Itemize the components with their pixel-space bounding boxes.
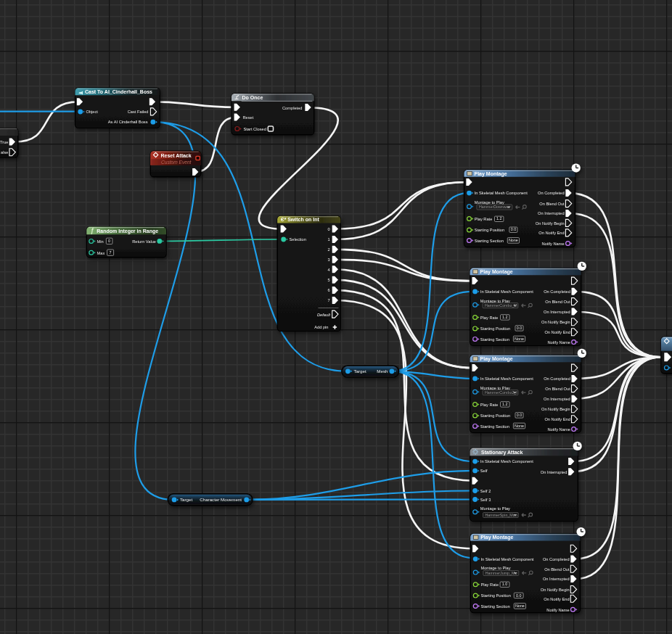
svg-text:1.2: 1.2 xyxy=(502,402,508,406)
svg-text:On Blend Out: On Blend Out xyxy=(545,300,570,304)
svg-text:Starting Position: Starting Position xyxy=(480,593,510,598)
svg-text:7: 7 xyxy=(327,298,329,302)
svg-text:alse: alse xyxy=(1,150,8,155)
svg-text:Starting Position: Starting Position xyxy=(480,326,510,331)
svg-text:Start Closed: Start Closed xyxy=(244,127,266,131)
svg-text:Cast Failed: Cast Failed xyxy=(128,110,149,114)
svg-text:Cast To AI_Cinderhall_Boss: Cast To AI_Cinderhall_Boss xyxy=(85,89,152,94)
svg-text:Completed: Completed xyxy=(282,106,303,110)
svg-text:2: 2 xyxy=(327,247,329,252)
svg-text:1.2: 1.2 xyxy=(502,315,508,319)
svg-text:In Skeletal Mesh Component: In Skeletal Mesh Component xyxy=(480,376,533,381)
svg-text:As AI Cinderhall Boss: As AI Cinderhall Boss xyxy=(108,120,148,124)
svg-text:In Skeletal Mesh Component: In Skeletal Mesh Component xyxy=(480,557,533,561)
svg-text:Return Value: Return Value xyxy=(132,239,156,244)
svg-text:1.0: 1.0 xyxy=(502,582,508,586)
svg-text:Do Once: Do Once xyxy=(242,95,263,100)
svg-text:Target: Target xyxy=(180,497,192,502)
svg-text:On Interrupted: On Interrupted xyxy=(541,470,567,474)
svg-text:Selection: Selection xyxy=(290,237,306,242)
svg-text:On Blend Out: On Blend Out xyxy=(539,202,565,206)
svg-text:Add pin: Add pin xyxy=(314,325,328,329)
svg-text:On Completed: On Completed xyxy=(538,191,565,195)
svg-text:Play Montage: Play Montage xyxy=(480,269,513,275)
svg-text:Notify Name: Notify Name xyxy=(541,242,564,246)
svg-text:On Interrupted: On Interrupted xyxy=(543,577,570,581)
svg-text:0.0: 0.0 xyxy=(511,227,517,231)
svg-text:HammerDownwar: HammerDownwar xyxy=(479,205,510,209)
svg-text:On Interrupted: On Interrupted xyxy=(544,310,570,314)
svg-text:On Completed: On Completed xyxy=(544,376,570,381)
svg-text:In Skeletal Mesh Component: In Skeletal Mesh Component xyxy=(480,289,533,294)
svg-text:On Blend Out: On Blend Out xyxy=(544,567,570,572)
svg-text:Notify Name: Notify Name xyxy=(546,608,569,612)
svg-text:Self: Self xyxy=(480,469,488,473)
svg-text:True: True xyxy=(0,140,8,144)
svg-text:Play Montage: Play Montage xyxy=(475,171,507,177)
svg-text:On Completed: On Completed xyxy=(544,289,570,294)
svg-text:HammerJump_Mo: HammerJump_Mo xyxy=(485,571,517,575)
svg-text:Default: Default xyxy=(317,313,330,317)
svg-text:Self 3: Self 3 xyxy=(480,498,491,502)
svg-text:0: 0 xyxy=(327,227,329,231)
svg-text:Reset: Reset xyxy=(243,115,254,120)
svg-text:In Skeletal Mesh Component: In Skeletal Mesh Component xyxy=(480,459,533,464)
svg-text:0.0: 0.0 xyxy=(517,413,523,417)
svg-text:HammerCombo_M: HammerCombo_M xyxy=(485,303,517,308)
svg-text:7: 7 xyxy=(110,250,112,255)
svg-text:Starting Position: Starting Position xyxy=(480,413,510,418)
svg-text:0.0: 0.0 xyxy=(517,326,523,330)
svg-text:Stationary Attack: Stationary Attack xyxy=(481,450,523,456)
svg-text:Reset Attack: Reset Attack xyxy=(161,153,192,158)
svg-text:On Notify End: On Notify End xyxy=(544,597,569,601)
svg-text:0: 0 xyxy=(108,239,110,243)
svg-text:3: 3 xyxy=(327,258,329,262)
svg-text:Montage to Play: Montage to Play xyxy=(480,506,510,511)
svg-text:On Notify End: On Notify End xyxy=(544,330,570,334)
svg-text:On Notify Begin: On Notify Begin xyxy=(541,407,570,411)
svg-text:Mesh: Mesh xyxy=(377,369,388,374)
svg-text:On Notify Begin: On Notify Begin xyxy=(541,588,570,592)
svg-text:Min: Min xyxy=(97,239,104,244)
svg-text:On Interrupted: On Interrupted xyxy=(538,211,565,215)
svg-text:Є*: Є* xyxy=(281,217,287,222)
svg-text:On Notify Begin: On Notify Begin xyxy=(541,320,570,324)
svg-text:5: 5 xyxy=(327,278,329,282)
svg-text:6: 6 xyxy=(327,288,329,292)
svg-text:Montage to Play: Montage to Play xyxy=(480,299,510,303)
svg-text:None: None xyxy=(515,604,525,608)
svg-text:Custom Event: Custom Event xyxy=(161,160,192,165)
svg-text:Starting Position: Starting Position xyxy=(475,228,504,232)
svg-text:1.2: 1.2 xyxy=(496,216,502,221)
svg-text:On Interrupted: On Interrupted xyxy=(544,397,570,401)
svg-text:Object: Object xyxy=(86,110,99,114)
svg-text:1: 1 xyxy=(327,237,329,242)
svg-text:HammerSpin_Mon: HammerSpin_Mon xyxy=(485,513,517,517)
svg-text:Target: Target xyxy=(354,369,366,374)
svg-text:HammerCombo2_I: HammerCombo2_I xyxy=(485,390,517,395)
svg-text:Montage to Play: Montage to Play xyxy=(475,200,504,205)
svg-text:Starting Section: Starting Section xyxy=(475,239,504,243)
svg-text:Montage to Play: Montage to Play xyxy=(480,386,510,390)
svg-text:4: 4 xyxy=(327,268,329,272)
svg-text:Character Movement: Character Movement xyxy=(200,497,242,502)
svg-text:Play Rate: Play Rate xyxy=(480,316,499,320)
svg-text:Play Montage: Play Montage xyxy=(480,535,513,540)
svg-text:Max: Max xyxy=(97,251,105,255)
svg-text:Play Montage: Play Montage xyxy=(480,356,513,362)
svg-text:Play Rate: Play Rate xyxy=(480,403,499,407)
svg-text:Notify Name: Notify Name xyxy=(548,427,570,432)
svg-text:ƒ: ƒ xyxy=(91,227,94,234)
svg-text:Random Integer in Range: Random Integer in Range xyxy=(97,229,158,234)
svg-text:Notify Name: Notify Name xyxy=(548,340,570,345)
svg-text:Self 2: Self 2 xyxy=(480,489,491,493)
svg-text:On Notify End: On Notify End xyxy=(538,231,564,235)
svg-text:On Completed: On Completed xyxy=(543,557,570,561)
svg-text:Switch on Int: Switch on Int xyxy=(287,217,319,222)
svg-text:On Blend Out: On Blend Out xyxy=(545,387,570,391)
svg-text:None: None xyxy=(509,238,518,242)
svg-text:Starting Section: Starting Section xyxy=(480,337,509,342)
svg-text:On Notify Begin: On Notify Begin xyxy=(536,221,565,226)
svg-text:On Notify End: On Notify End xyxy=(544,417,570,421)
svg-text:Starting Section: Starting Section xyxy=(480,604,509,609)
